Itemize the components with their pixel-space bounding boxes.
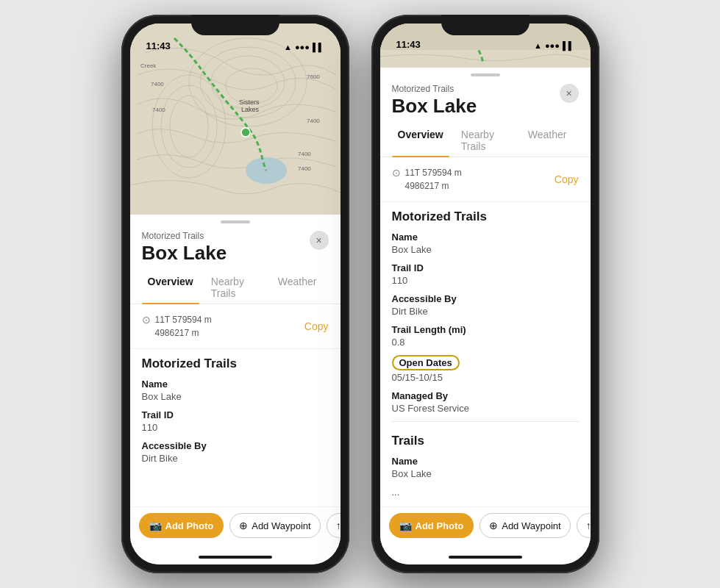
camera-icon-2: 📷 <box>399 520 412 531</box>
svg-text:7400: 7400 <box>152 107 165 113</box>
notch <box>191 15 279 35</box>
tabs-2: Overview Nearby Trails Weather <box>380 117 591 157</box>
add-photo-button-2[interactable]: 📷 Add Photo <box>389 513 474 538</box>
field-trails-name-2: Name Box Lake <box>392 456 579 479</box>
field-value-length-2: 0.8 <box>392 337 579 348</box>
map-area[interactable]: 11:43 ▲ ●●● ▌▌ ← <box>130 24 341 215</box>
share-icon-1: ↑ <box>336 520 341 531</box>
field-trails-more-2: ... <box>392 487 579 498</box>
coord-line1: 11T 579594 m <box>155 313 212 326</box>
field-value-opendates-2: 05/15-10/15 <box>392 372 579 383</box>
coordinates-2: 11T 579594 m 4986217 m <box>405 166 462 193</box>
tab-nearby-1[interactable]: Nearby Trails <box>205 271 266 304</box>
home-bar-1 <box>199 556 272 559</box>
camera-icon-1: 📷 <box>149 520 162 531</box>
add-waypoint-button-1[interactable]: ⊕ Add Waypoint <box>229 513 320 538</box>
add-waypoint-label-2: Add Waypoint <box>502 520 560 531</box>
svg-text:7400: 7400 <box>307 118 320 124</box>
status-icons-1: ▲ ●●● ▌▌ <box>284 43 324 51</box>
drag-indicator-2 <box>380 68 591 79</box>
trails-section-2: Trails Name Box Lake ... <box>380 426 591 498</box>
signal-icon-2: ▲ <box>534 41 542 50</box>
section-divider <box>392 421 579 422</box>
svg-point-11 <box>241 128 250 137</box>
tab-weather-2[interactable]: Weather <box>522 124 573 157</box>
field-trailid-1: Trail ID 110 <box>142 409 329 433</box>
motorized-section-2: Motorized Trails Name Box Lake Trail ID … <box>380 202 591 414</box>
trail-header-1: Motorized Trails Box Lake × <box>130 226 341 264</box>
tab-overview-1[interactable]: Overview <box>142 271 199 304</box>
field-length-2: Trail Length (mi) 0.8 <box>392 324 579 348</box>
field-label-trails-name-2: Name <box>392 456 579 467</box>
drag-bar <box>221 220 250 223</box>
copy-button-2[interactable]: Copy <box>555 173 579 185</box>
phone-screen-2: 11:43 ▲ ●●● ▌▌ Motorized Trails Box Lake… <box>380 24 591 564</box>
coord-line2: 4986217 m <box>155 326 212 340</box>
home-indicator-2 <box>380 550 591 564</box>
add-waypoint-label-1: Add Waypoint <box>252 520 310 531</box>
field-label-length-2: Trail Length (mi) <box>392 324 579 335</box>
content-area-1[interactable]: Motorized Trails Box Lake × Overview Nea… <box>130 226 341 506</box>
svg-text:Lakes: Lakes <box>241 106 260 113</box>
field-managedby-2: Managed By US Forest Service <box>392 390 579 414</box>
field-label-name-1: Name <box>142 379 329 390</box>
content-area-2[interactable]: Motorized Trails Box Lake × Overview Nea… <box>380 79 591 506</box>
location-info-1: ⊙ 11T 579594 m 4986217 m <box>142 313 212 340</box>
trail-title-1: Box Lake <box>142 243 329 264</box>
svg-text:Sisters: Sisters <box>239 98 260 106</box>
add-waypoint-button-2[interactable]: ⊕ Add Waypoint <box>480 513 570 538</box>
field-opendates-2: Open Dates 05/15-10/15 <box>392 355 579 383</box>
trail-header-2: Motorized Trails Box Lake × <box>380 79 591 117</box>
tabs-1: Overview Nearby Trails Weather <box>130 264 341 304</box>
drag-bar-2 <box>471 74 500 76</box>
pin-icon-1: ⊙ <box>142 314 151 326</box>
bottom-toolbar-1: 📷 Add Photo ⊕ Add Waypoint ↑ Share <box>130 506 341 550</box>
add-photo-button-1[interactable]: 📷 Add Photo <box>139 513 224 538</box>
wifi-icon-2: ●●● <box>545 41 560 50</box>
field-value-managedby-2: US Forest Service <box>392 403 579 414</box>
status-time-1: 11:43 <box>146 40 171 51</box>
pin-icon-2: ⊙ <box>392 167 401 179</box>
field-label-trailid-1: Trail ID <box>142 409 329 420</box>
copy-button-1[interactable]: Copy <box>304 320 329 332</box>
field-label-accessible-2: Accessible By <box>392 293 579 304</box>
field-name-1: Name Box Lake <box>142 379 329 402</box>
waypoint-icon-1: ⊕ <box>239 520 248 531</box>
trail-title-2: Box Lake <box>392 96 579 117</box>
phone-2: 11:43 ▲ ●●● ▌▌ Motorized Trails Box Lake… <box>371 15 599 573</box>
motorized-section-1: Motorized Trails Name Box Lake Trail ID … <box>130 349 341 464</box>
tab-overview-2[interactable]: Overview <box>392 124 449 157</box>
field-label-accessible-1: Accessible By <box>142 440 329 451</box>
notch-2 <box>441 15 530 35</box>
bottom-toolbar-2: 📷 Add Photo ⊕ Add Waypoint ↑ Share <box>380 506 591 550</box>
field-name-2: Name Box Lake <box>392 232 579 255</box>
svg-text:7600: 7600 <box>307 74 320 80</box>
field-trailid-2: Trail ID 110 <box>392 262 579 286</box>
field-value-accessible-1: Dirt Bike <box>142 453 329 464</box>
svg-text:7400: 7400 <box>151 81 164 87</box>
phone-1: 11:43 ▲ ●●● ▌▌ ← <box>121 15 349 573</box>
share-button-2[interactable]: ↑ Share <box>577 513 591 538</box>
field-label-name-2: Name <box>392 232 579 243</box>
add-photo-label-1: Add Photo <box>165 520 214 531</box>
field-accessible-2: Accessible By Dirt Bike <box>392 293 579 317</box>
drag-indicator <box>130 215 341 226</box>
close-button-1[interactable]: × <box>310 231 329 250</box>
coord-line1-2: 11T 579594 m <box>405 166 462 179</box>
signal-icon: ▲ <box>284 43 292 51</box>
trail-category-2: Motorized Trails <box>392 84 579 94</box>
share-button-1[interactable]: ↑ Share <box>327 513 341 538</box>
svg-text:7400: 7400 <box>298 165 311 172</box>
location-row-1: ⊙ 11T 579594 m 4986217 m Copy <box>130 304 341 349</box>
home-bar-2 <box>449 556 522 559</box>
home-indicator-1 <box>130 550 341 564</box>
waypoint-icon-2: ⊕ <box>489 520 498 531</box>
status-icons-2: ▲ ●●● ▌▌ <box>534 41 574 50</box>
battery-icon: ▌▌ <box>313 43 324 51</box>
svg-text:7400: 7400 <box>298 151 311 157</box>
tab-weather-1[interactable]: Weather <box>272 271 323 304</box>
close-button-2[interactable]: × <box>560 84 579 103</box>
trail-category-1: Motorized Trails <box>142 231 329 241</box>
svg-text:Creek: Creek <box>140 62 157 69</box>
tab-nearby-2[interactable]: Nearby Trails <box>455 124 516 157</box>
